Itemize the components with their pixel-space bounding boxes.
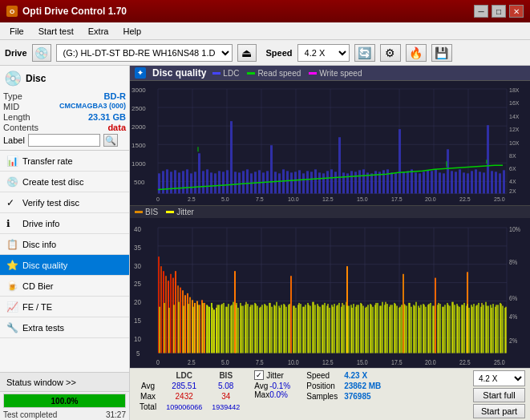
- svg-rect-344: [226, 307, 228, 353]
- nav-drive-info[interactable]: ℹ Drive info: [0, 213, 129, 234]
- svg-rect-222: [261, 305, 263, 353]
- menu-start-test[interactable]: Start test: [32, 25, 80, 38]
- nav-fe-te[interactable]: 📈 FE / TE: [0, 297, 129, 317]
- minimize-button[interactable]: ─: [474, 5, 488, 18]
- svg-rect-53: [190, 173, 192, 193]
- svg-rect-272: [382, 302, 383, 353]
- svg-rect-182: [165, 277, 167, 353]
- svg-rect-402: [505, 307, 507, 353]
- svg-rect-70: [258, 170, 261, 193]
- nav-disc-quality[interactable]: ⭐ Disc quality: [0, 255, 129, 276]
- svg-rect-63: [230, 121, 233, 193]
- max-row-label: Max: [135, 391, 161, 402]
- svg-rect-292: [430, 303, 431, 353]
- drive-select[interactable]: (G:) HL-DT-ST BD-RE WH16NS48 1.D3: [56, 44, 233, 62]
- stats-table: LDC BIS Avg 285.51 5.08 Max 2432 34 Tota…: [135, 370, 245, 412]
- svg-text:40: 40: [134, 225, 141, 234]
- svg-text:10.0: 10.0: [288, 196, 299, 202]
- stats-panel: LDC BIS Avg 285.51 5.08 Max 2432 34 Tota…: [130, 368, 530, 420]
- svg-text:2000: 2000: [131, 123, 146, 131]
- svg-text:17.5: 17.5: [391, 359, 403, 367]
- svg-rect-254: [338, 303, 340, 353]
- start-full-button[interactable]: Start full: [473, 388, 525, 402]
- svg-rect-345: [231, 305, 233, 353]
- nav-transfer-rate[interactable]: 📊 Transfer rate: [0, 151, 129, 172]
- speed-select[interactable]: 4.2 X: [297, 44, 350, 62]
- svg-rect-393: [462, 305, 463, 353]
- svg-rect-188: [180, 288, 181, 353]
- svg-rect-336: [188, 305, 189, 353]
- jitter-checkbox[interactable]: ✓: [254, 370, 264, 380]
- nav-disc-info[interactable]: 📋 Disc info: [0, 234, 129, 255]
- disc-type-row: Type BD-R: [3, 91, 126, 101]
- svg-text:10: 10: [134, 335, 141, 344]
- svg-rect-306: [463, 303, 465, 353]
- nav-create-test-disc[interactable]: 💿 Create test disc: [0, 172, 129, 192]
- svg-rect-252: [334, 305, 335, 353]
- svg-rect-324: [234, 272, 236, 353]
- nav-disc-quality-label: Disc quality: [22, 260, 67, 270]
- drive-icon-btn[interactable]: 💿: [32, 44, 51, 62]
- nav-cd-bier-label: CD Bier: [22, 281, 54, 291]
- transfer-rate-icon: 📊: [6, 155, 18, 167]
- legend-bis-label: BIS: [145, 208, 158, 216]
- burn-button[interactable]: 🔥: [406, 44, 427, 62]
- svg-text:25.0: 25.0: [494, 359, 505, 367]
- eject-button[interactable]: ⏏: [237, 44, 257, 62]
- extra-tests-icon: 🔧: [6, 322, 18, 333]
- svg-rect-115: [439, 172, 441, 193]
- svg-text:16X: 16X: [509, 100, 520, 106]
- svg-rect-87: [326, 171, 329, 193]
- main-layout: 💿 Disc Type BD-R MID CMCMAGBA3 (000) Len…: [0, 66, 530, 420]
- svg-rect-258: [348, 306, 350, 353]
- svg-rect-242: [310, 306, 311, 353]
- nav-items: 📊 Transfer rate 💿 Create test disc ✓ Ver…: [0, 151, 129, 372]
- titlebar-buttons[interactable]: ─ □ ✕: [474, 5, 524, 18]
- menu-extra[interactable]: Extra: [82, 25, 115, 38]
- svg-rect-200: [208, 307, 210, 353]
- svg-rect-353: [269, 303, 271, 353]
- svg-rect-60: [218, 171, 220, 193]
- speed-action-dropdown[interactable]: 4.2 X: [473, 370, 525, 386]
- status-window-label: Status window >>: [6, 378, 76, 387]
- svg-rect-369: [346, 306, 348, 353]
- svg-rect-270: [377, 303, 378, 353]
- nav-verify-test-disc[interactable]: ✓ Verify test disc: [0, 192, 129, 213]
- svg-text:2.5: 2.5: [188, 359, 196, 367]
- close-button[interactable]: ✕: [509, 5, 524, 18]
- bis-col-header: BIS: [207, 370, 245, 381]
- disc-label-btn[interactable]: 🔍: [103, 134, 118, 147]
- status-window-button[interactable]: Status window >>: [0, 373, 129, 392]
- nav-cd-bier[interactable]: 🍺 CD Bier: [0, 276, 129, 297]
- svg-rect-82: [306, 171, 309, 193]
- svg-rect-47: [166, 169, 168, 193]
- refresh-button[interactable]: 🔄: [354, 44, 375, 62]
- nav-extra-tests[interactable]: 🔧 Extra tests: [0, 317, 129, 338]
- svg-rect-98: [370, 173, 373, 193]
- speed-label: Speed: [266, 48, 293, 58]
- maximize-button[interactable]: □: [492, 5, 506, 18]
- svg-rect-48: [170, 172, 172, 193]
- fe-te-icon: 📈: [6, 301, 18, 313]
- svg-rect-51: [182, 171, 184, 193]
- svg-rect-341: [212, 308, 213, 353]
- menu-help[interactable]: Help: [116, 25, 148, 38]
- svg-rect-370: [351, 308, 353, 353]
- status-time-text: 31:27: [106, 410, 126, 419]
- menu-file[interactable]: File: [3, 25, 30, 38]
- svg-rect-288: [420, 305, 422, 353]
- svg-text:5: 5: [136, 349, 140, 358]
- svg-rect-389: [443, 307, 444, 353]
- svg-rect-93: [350, 171, 353, 193]
- nav-transfer-rate-label: Transfer rate: [22, 156, 73, 166]
- svg-rect-89: [334, 172, 337, 193]
- disc-label-input[interactable]: [28, 134, 100, 147]
- legend-write-speed: Write speed: [309, 69, 362, 78]
- jitter-checkbox-row: ✓ Jitter: [254, 370, 290, 380]
- svg-rect-333: [173, 305, 175, 353]
- nav-drive-info-label: Drive info: [22, 219, 59, 228]
- settings-button[interactable]: ⚙: [380, 44, 401, 62]
- save-button[interactable]: 💾: [431, 44, 452, 62]
- start-part-button[interactable]: Start part: [473, 404, 525, 418]
- svg-rect-190: [184, 296, 186, 353]
